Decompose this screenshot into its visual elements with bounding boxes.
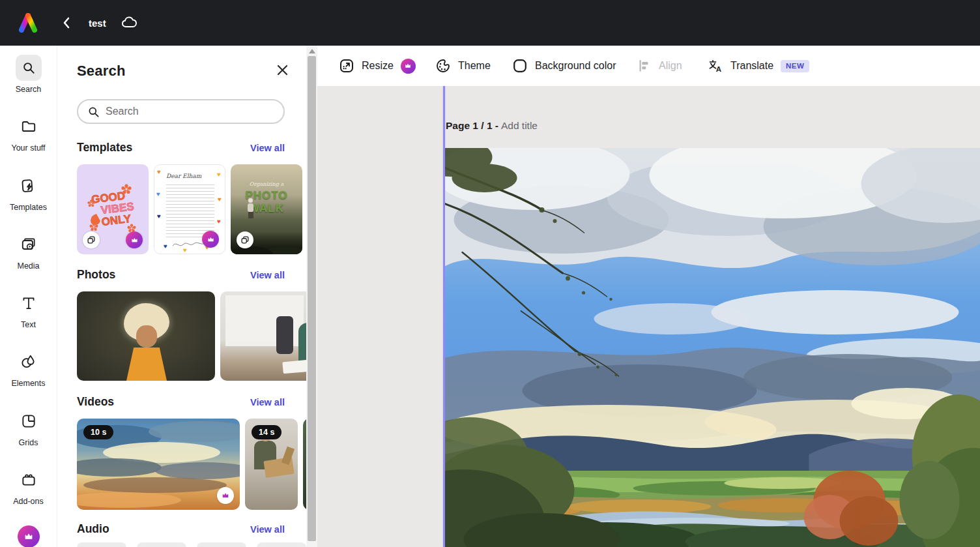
audio-item[interactable]	[77, 542, 126, 547]
video-thumbnail-packing[interactable]: 14 s	[245, 419, 298, 510]
duplicate-template-button[interactable]	[83, 231, 100, 248]
photo-thumbnail-man-desk[interactable]	[220, 291, 306, 381]
resize-icon	[339, 58, 354, 74]
heart-decoration: ♥	[157, 213, 161, 220]
sidebar-item-label: Media	[17, 261, 39, 271]
add-ons-icon	[20, 471, 37, 488]
photo-detail	[276, 316, 293, 354]
section-title: Templates	[77, 141, 132, 155]
sidebar-item-add-ons[interactable]: Add-ons	[13, 467, 44, 507]
template-letter[interactable]: Dear Elham ♥ ♥ ♥ ♥ ♥ ♥ ♥ ♥ ♥	[154, 164, 225, 254]
audio-item[interactable]	[257, 542, 306, 547]
videos-section-header: Videos View all	[77, 395, 285, 409]
template-text: PHOTO	[231, 189, 302, 202]
heart-decoration: ♥	[218, 196, 222, 203]
scrollbar-thumb[interactable]	[308, 56, 316, 541]
sidebar-item-label: Your stuff	[11, 143, 45, 153]
page-label[interactable]: Page 1 / 1 -Add title	[446, 120, 538, 132]
sidebar-item-label: Search	[16, 84, 42, 95]
photo-thumbnail-woman[interactable]	[77, 291, 215, 381]
photo-detail	[282, 359, 306, 374]
page-title-placeholder[interactable]: Add title	[501, 120, 538, 131]
sidebar-item-try-premium[interactable]: Try Premium	[9, 525, 48, 547]
heart-decoration: ♥	[217, 218, 221, 225]
premium-crown-icon	[18, 525, 40, 547]
media-icon	[20, 236, 37, 253]
theme-button[interactable]: Theme	[435, 46, 491, 86]
translate-icon: A	[708, 58, 723, 74]
photo-detail	[298, 323, 306, 361]
copy-icon	[240, 235, 250, 245]
theme-label: Theme	[458, 60, 491, 72]
sidebar-item-label: Elements	[11, 378, 45, 389]
photo-detail	[126, 347, 167, 381]
canvas-photo-landscape[interactable]	[445, 148, 980, 547]
thumbs-up-decoration	[91, 214, 100, 225]
templates-view-all-link[interactable]: View all	[250, 143, 285, 153]
sidebar-item-label: Add-ons	[13, 496, 44, 507]
background-color-button[interactable]: Background color	[512, 46, 616, 86]
translate-label: Translate	[730, 60, 773, 72]
background-color-icon	[512, 58, 528, 74]
photos-section-header: Photos View all	[77, 268, 285, 282]
resize-button[interactable]: Resize	[339, 46, 416, 86]
audio-item[interactable]	[197, 542, 246, 547]
sidebar-item-text[interactable]: Text	[16, 290, 42, 330]
search-input[interactable]	[106, 106, 268, 117]
template-text: WALK	[231, 202, 302, 215]
sidebar-item-templates[interactable]: Templates	[10, 173, 47, 213]
crown-icon	[130, 235, 139, 245]
adobe-express-logo-icon[interactable]	[17, 13, 39, 33]
template-photo-walk[interactable]: Organizing a PHOTO WALK	[231, 164, 302, 254]
heart-decoration: ♥	[156, 191, 160, 198]
photo-detail	[136, 325, 157, 347]
audio-view-all-link[interactable]: View all	[250, 524, 285, 535]
scrollbar-up-arrow[interactable]	[309, 49, 315, 53]
document-title[interactable]: test	[89, 18, 106, 29]
duplicate-template-button[interactable]	[237, 231, 253, 248]
page-number-label: Page 1 / 1 -	[446, 120, 498, 131]
translate-button[interactable]: A Translate NEW	[708, 46, 809, 86]
premium-crown-badge	[401, 59, 416, 74]
svg-text:A: A	[716, 65, 721, 73]
sidebar-item-label: Grids	[19, 437, 38, 448]
close-panel-button[interactable]	[274, 61, 291, 78]
templates-row: GOOD VIBES ONLY Dear Elham	[77, 164, 306, 254]
section-title: Photos	[77, 268, 115, 282]
videos-view-all-link[interactable]: View all	[250, 397, 285, 407]
sidebar-item-search[interactable]: Search	[16, 55, 42, 95]
video-thumbnail-sunset[interactable]: 10 s	[77, 419, 240, 510]
video-duration-badge: 10 s	[83, 425, 113, 439]
canvas-area[interactable]: Page 1 / 1 -Add title	[317, 86, 980, 547]
audio-item[interactable]	[137, 542, 186, 547]
align-label: Align	[659, 60, 682, 72]
premium-badge	[202, 231, 219, 248]
hiker-figure	[248, 198, 254, 215]
videos-row: 10 s 14 s	[77, 419, 306, 510]
premium-badge	[217, 487, 234, 504]
template-icon	[20, 177, 36, 194]
text-icon	[20, 295, 37, 312]
signature-decoration	[171, 239, 207, 250]
heart-decoration: ♥	[217, 171, 221, 178]
copy-icon	[86, 235, 96, 245]
sidebar-item-your-stuff[interactable]: Your stuff	[11, 113, 45, 153]
context-toolbar: Resize Theme Background color Align A Tr…	[317, 46, 980, 86]
heart-decoration: ♥	[164, 243, 167, 250]
crown-icon	[220, 490, 231, 501]
new-feature-badge: NEW	[781, 60, 809, 72]
templates-section-header: Templates View all	[77, 141, 285, 155]
template-good-vibes[interactable]: GOOD VIBES ONLY	[77, 164, 149, 254]
letter-salutation: Dear Elham	[166, 173, 201, 179]
cloud-sync-icon[interactable]	[121, 15, 140, 31]
photos-view-all-link[interactable]: View all	[250, 270, 285, 280]
sidebar-item-media[interactable]: Media	[16, 231, 42, 271]
search-icon	[22, 61, 36, 75]
crown-icon	[403, 61, 412, 70]
theme-palette-icon	[435, 58, 451, 74]
sidebar-item-elements[interactable]: Elements	[11, 349, 45, 389]
align-icon	[637, 59, 652, 73]
back-button[interactable]	[59, 15, 74, 31]
audio-section-header: Audio View all	[77, 522, 285, 536]
sidebar-item-grids[interactable]: Grids	[16, 408, 42, 448]
